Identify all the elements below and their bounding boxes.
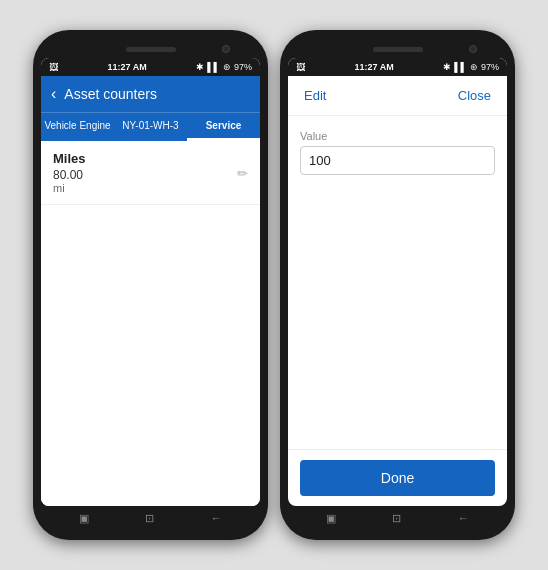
miles-card: Miles 80.00 mi ✏ bbox=[41, 141, 260, 205]
battery-text: 97% bbox=[234, 62, 252, 72]
done-button[interactable]: Done bbox=[300, 460, 495, 496]
bluetooth-icon: ✱ bbox=[196, 62, 204, 72]
header-title-left: Asset counters bbox=[64, 86, 157, 102]
signal-icon-right: ▌▌ bbox=[454, 62, 467, 72]
edit-form: Value bbox=[288, 116, 507, 449]
edit-pencil-icon[interactable]: ✏ bbox=[237, 165, 248, 180]
status-time-left: 11:27 AM bbox=[108, 62, 147, 72]
miles-unit: mi bbox=[53, 182, 248, 194]
screen-content-left: Miles 80.00 mi ✏ bbox=[41, 141, 260, 506]
wifi-icon: ⊛ bbox=[223, 62, 231, 72]
edit-header: Edit Close bbox=[288, 76, 507, 116]
phone-left: 🖼 11:27 AM ✱ ▌▌ ⊛ 97% ‹ Asset counters V… bbox=[33, 30, 268, 540]
speaker-right bbox=[373, 47, 423, 52]
status-bar-right: 🖼 11:27 AM ✱ ▌▌ ⊛ 97% bbox=[288, 58, 507, 76]
nav-home-icon-right[interactable]: ⊡ bbox=[392, 512, 401, 525]
bottom-nav-right: ▣ ⊡ ← bbox=[288, 506, 507, 530]
value-label: Value bbox=[300, 130, 495, 142]
status-bar-left: 🖼 11:27 AM ✱ ▌▌ ⊛ 97% bbox=[41, 58, 260, 76]
tab-ny-01-wh-3[interactable]: NY-01-WH-3 bbox=[114, 113, 187, 141]
phones-container: 🖼 11:27 AM ✱ ▌▌ ⊛ 97% ‹ Asset counters V… bbox=[33, 30, 515, 540]
status-left-icons-right: 🖼 bbox=[296, 62, 305, 72]
nav-recent-icon-right[interactable]: ▣ bbox=[326, 512, 336, 525]
phone-top-notch-right bbox=[288, 40, 507, 58]
battery-text-right: 97% bbox=[481, 62, 499, 72]
value-input[interactable] bbox=[300, 146, 495, 175]
status-right-icons: ✱ ▌▌ ⊛ 97% bbox=[196, 62, 252, 72]
miles-value: 80.00 bbox=[53, 168, 248, 182]
nav-home-icon[interactable]: ⊡ bbox=[145, 512, 154, 525]
wifi-icon-right: ⊛ bbox=[470, 62, 478, 72]
back-button[interactable]: ‹ bbox=[51, 85, 56, 103]
tabs-bar: Vehicle Engine NY-01-WH-3 Service bbox=[41, 112, 260, 141]
done-button-container: Done bbox=[288, 449, 507, 506]
miles-title: Miles bbox=[53, 151, 248, 166]
camera-icon: 🖼 bbox=[49, 62, 58, 72]
speaker bbox=[126, 47, 176, 52]
nav-recent-icon[interactable]: ▣ bbox=[79, 512, 89, 525]
camera-icon-right: 🖼 bbox=[296, 62, 305, 72]
nav-back-icon[interactable]: ← bbox=[211, 512, 222, 524]
bottom-nav-left: ▣ ⊡ ← bbox=[41, 506, 260, 530]
bluetooth-icon-right: ✱ bbox=[443, 62, 451, 72]
status-right-icons-right: ✱ ▌▌ ⊛ 97% bbox=[443, 62, 499, 72]
camera bbox=[222, 45, 230, 53]
close-button[interactable]: Close bbox=[458, 88, 491, 103]
nav-back-icon-right[interactable]: ← bbox=[458, 512, 469, 524]
phone-top-notch bbox=[41, 40, 260, 58]
signal-icon: ▌▌ bbox=[207, 62, 220, 72]
phone-right-screen: 🖼 11:27 AM ✱ ▌▌ ⊛ 97% Edit Close Val bbox=[288, 58, 507, 506]
phone-left-screen: 🖼 11:27 AM ✱ ▌▌ ⊛ 97% ‹ Asset counters V… bbox=[41, 58, 260, 506]
edit-label[interactable]: Edit bbox=[304, 88, 326, 103]
tab-vehicle-engine[interactable]: Vehicle Engine bbox=[41, 113, 114, 141]
app-header-left: ‹ Asset counters bbox=[41, 76, 260, 112]
camera-right bbox=[469, 45, 477, 53]
status-time-right: 11:27 AM bbox=[355, 62, 394, 72]
edit-screen-content: Value Done bbox=[288, 116, 507, 506]
status-left-icons: 🖼 bbox=[49, 62, 58, 72]
tab-service[interactable]: Service bbox=[187, 113, 260, 141]
phone-right: 🖼 11:27 AM ✱ ▌▌ ⊛ 97% Edit Close Val bbox=[280, 30, 515, 540]
